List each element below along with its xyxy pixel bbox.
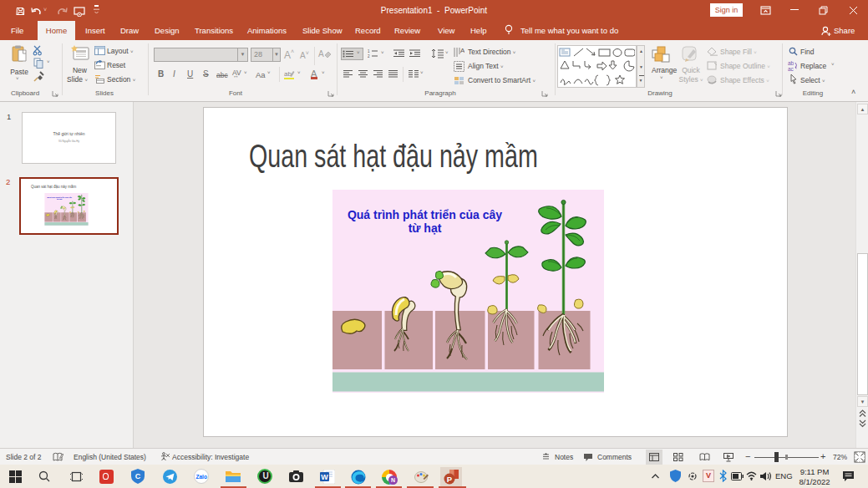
svg-text:P: P (447, 475, 453, 484)
svg-text:W: W (321, 473, 328, 481)
svg-text:2: 2 (368, 54, 370, 58)
svg-text:C: C (135, 472, 141, 480)
svg-text:ac: ac (788, 66, 794, 71)
svg-text:ab: ab (788, 60, 794, 66)
svg-text:ab: ab (284, 70, 292, 78)
svg-text:A: A (460, 47, 464, 54)
svg-text:1: 1 (368, 49, 370, 53)
